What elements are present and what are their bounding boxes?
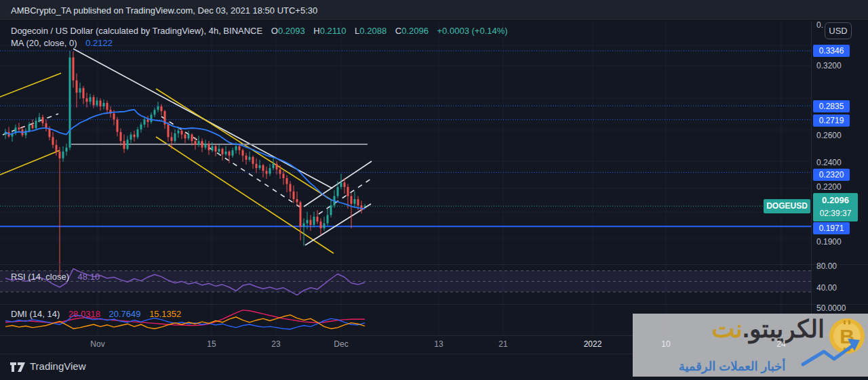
symbol-price-tag: DOGEUSD bbox=[764, 199, 810, 213]
dmi-adx-value: 28.0318 bbox=[68, 309, 100, 319]
rsi-value: 48.10 bbox=[78, 272, 100, 282]
currency-toggle-button[interactable]: USD bbox=[825, 22, 852, 39]
ma-value: 0.2122 bbox=[85, 38, 113, 48]
price-axis-label: 0.2719 bbox=[813, 114, 850, 127]
dmi-plus-di-value: 20.7649 bbox=[109, 309, 141, 319]
tradingview-published-chart: AMBCrypto_TA published on TradingView.co… bbox=[0, 0, 868, 380]
price-axis-label: 80.00 bbox=[816, 260, 837, 272]
pane-separator-rsi[interactable] bbox=[0, 264, 868, 265]
price-axis-label: 0.2200 bbox=[816, 181, 842, 193]
price-axis-label: 0.2835 bbox=[813, 100, 850, 112]
time-axis-label: 21 bbox=[498, 339, 507, 349]
symbol-title[interactable]: Dogecoin / US Dollar (calculated by Trad… bbox=[11, 26, 262, 36]
time-axis-label: 10 bbox=[661, 339, 670, 349]
price-change: +0.0003 (+0.14%) bbox=[437, 26, 508, 36]
price-axis-label: 0.3200 bbox=[816, 60, 842, 72]
watermark-subtitle: أخبار العملات الرقمية bbox=[637, 359, 827, 374]
symbol-legend[interactable]: Dogecoin / US Dollar (calculated by Trad… bbox=[11, 26, 508, 36]
ohlc-high: H0.2110 bbox=[313, 26, 346, 36]
price-axis-label: 0.3346 bbox=[813, 45, 850, 57]
dmi-minus-di-value: 15.1352 bbox=[149, 309, 181, 319]
ohlc-close: C0.2096 bbox=[395, 26, 429, 36]
ma-label: MA (20, close, 0) bbox=[11, 38, 77, 48]
time-axis-label: 2022 bbox=[584, 339, 602, 349]
dmi-label: DMI (14, 14) bbox=[11, 309, 60, 319]
last-price-value: 0.2096 bbox=[813, 193, 858, 208]
price-axis-label: 0.1971 bbox=[813, 222, 850, 234]
price-axis-partial-label: 0. bbox=[816, 20, 823, 30]
time-axis-label: 23 bbox=[271, 339, 280, 349]
rsi-label: RSI (14, close) bbox=[11, 272, 69, 282]
price-axis-label: 50.0000 bbox=[816, 302, 846, 314]
tradingview-logo-icon[interactable] bbox=[9, 361, 26, 373]
time-axis-label: Dec bbox=[334, 339, 348, 349]
bar-countdown: 02:39:37 bbox=[813, 208, 858, 219]
dmi-legend[interactable]: DMI (14, 14) 28.0318 20.7649 15.1352 bbox=[11, 309, 181, 319]
time-axis-label: 15 bbox=[207, 339, 216, 349]
pane-separator-dmi[interactable] bbox=[0, 304, 868, 305]
time-axis-label: Nov bbox=[90, 339, 104, 349]
price-axis-label: 0.2600 bbox=[816, 129, 842, 142]
ohlc-low: L0.2088 bbox=[355, 26, 387, 36]
ma-legend[interactable]: MA (20, close, 0) 0.2122 bbox=[11, 38, 113, 48]
ohlc-open: O0.2093 bbox=[271, 26, 305, 36]
time-axis-label: 13 bbox=[434, 339, 443, 349]
rsi-legend[interactable]: RSI (14, close) 48.10 bbox=[11, 272, 100, 282]
time-axis-label: 24 bbox=[776, 339, 785, 349]
price-axis-label: 0.1900 bbox=[816, 236, 842, 248]
price-axis-label: 40.00 bbox=[816, 282, 837, 294]
price-axis-label: 0.2320 bbox=[813, 169, 850, 181]
price-axis-label: 0.2400 bbox=[816, 156, 842, 169]
tradingview-brand[interactable]: TradingView bbox=[30, 360, 86, 372]
last-price-label: 0.2096 02:39:37 bbox=[813, 193, 858, 221]
